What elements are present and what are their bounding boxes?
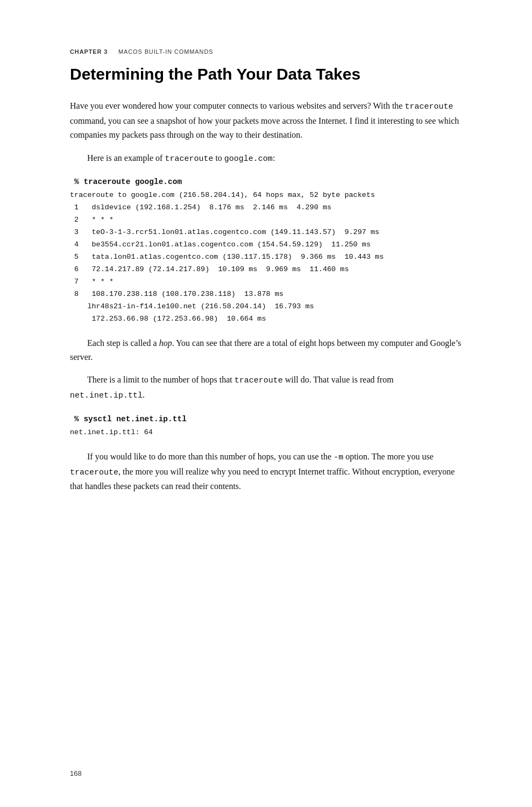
encrypt-text-3: , the more you will realize why you need…: [70, 467, 455, 491]
chapter-header: CHAPTER 3 MACOS BUILT-IN COMMANDS: [70, 48, 462, 55]
traceroute-inline-2: traceroute: [165, 154, 213, 164]
hop-em: hop: [159, 338, 172, 348]
limit-text-2: will do. That value is read from: [283, 375, 394, 384]
limit-paragraph: There is a limit to the number of hops t…: [70, 373, 462, 403]
command-block-2: % sysctl net.inet.ip.ttl: [70, 415, 462, 423]
page: CHAPTER 3 MACOS BUILT-IN COMMANDS Determ…: [0, 0, 532, 807]
intro-text-1: Have you ever wondered how your computer…: [70, 101, 405, 110]
chapter-title: Determining the Path Your Data Takes: [70, 65, 462, 84]
limit-text-1: There is a limit to the number of hops t…: [87, 375, 235, 384]
encrypt-text-2: option. The more you use: [343, 452, 434, 461]
net-inet-inline: net.inet.ip.ttl: [70, 391, 143, 400]
traceroute-inline-1: traceroute: [405, 102, 453, 111]
command-1-text: % traceroute google.com: [74, 178, 182, 186]
output-block-2: net.inet.ip.ttl: 64: [70, 427, 462, 439]
command-2-text: % sysctl net.inet.ip.ttl: [74, 415, 187, 423]
encrypt-text-1: If you would like to do more than this n…: [87, 452, 334, 461]
indented-text-2: to: [213, 153, 224, 162]
page-number: 168: [70, 769, 82, 777]
chapter-label: CHAPTER 3: [70, 48, 108, 55]
output-block-1: traceroute to google.com (216.58.204.14)…: [70, 189, 462, 325]
intro-indented: Here is an example of traceroute to goog…: [70, 151, 462, 166]
chapter-subtitle: MACOS BUILT-IN COMMANDS: [118, 48, 214, 55]
hop-text-1: Each step is called a: [87, 338, 159, 348]
traceroute-inline-3: traceroute: [235, 376, 283, 385]
traceroute-inline-4: traceroute: [70, 468, 118, 477]
google-com-inline: google.com: [224, 154, 273, 164]
indented-text-3: :: [273, 153, 275, 162]
intro-text-2: command, you can see a snapshot of how y…: [70, 116, 459, 139]
intro-paragraph: Have you ever wondered how your computer…: [70, 99, 462, 143]
m-option-inline: -m: [334, 453, 343, 462]
hop-paragraph: Each step is called a hop. You can see t…: [70, 336, 462, 365]
command-block-1: % traceroute google.com: [70, 178, 462, 186]
encrypt-paragraph: If you would like to do more than this n…: [70, 450, 462, 494]
indented-text-1: Here is an example of: [87, 153, 165, 162]
limit-text-3: .: [143, 390, 145, 399]
